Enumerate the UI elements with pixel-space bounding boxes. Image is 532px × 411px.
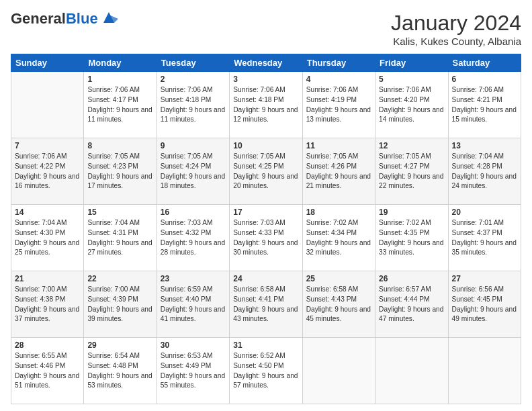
- logo-blue-text: Blue: [66, 10, 98, 27]
- title-block: January 2024 Kalis, Kukes County, Albani…: [391, 11, 521, 47]
- sunset-text: Sunset: 4:20 PM: [379, 96, 429, 103]
- day-detail: Sunrise: 7:04 AMSunset: 4:28 PMDaylight:…: [452, 152, 517, 191]
- day-number: 5: [379, 75, 444, 84]
- daylight-text: Daylight: 9 hours and 27 minutes.: [87, 239, 152, 257]
- daylight-text: Daylight: 9 hours and 55 minutes.: [161, 372, 225, 390]
- table-row: 11Sunrise: 7:05 AMSunset: 4:26 PMDayligh…: [302, 138, 375, 205]
- col-saturday: Saturday: [448, 54, 521, 72]
- day-detail: Sunrise: 7:06 AMSunset: 4:20 PMDaylight:…: [379, 85, 444, 125]
- sunrise-text: Sunrise: 7:01 AM: [452, 219, 504, 226]
- sunrise-text: Sunrise: 7:05 AM: [87, 152, 140, 160]
- table-row: 31Sunrise: 6:52 AMSunset: 4:50 PMDayligh…: [230, 338, 302, 404]
- sunset-text: Sunset: 4:26 PM: [306, 163, 357, 170]
- day-number: 24: [233, 274, 298, 283]
- sunset-text: Sunset: 4:46 PM: [15, 362, 65, 369]
- sunset-text: Sunset: 4:39 PM: [87, 295, 138, 303]
- location-title: Kalis, Kukes County, Albania: [391, 36, 521, 47]
- table-row: 30Sunrise: 6:53 AMSunset: 4:49 PMDayligh…: [157, 338, 229, 404]
- day-detail: Sunrise: 7:04 AMSunset: 4:31 PMDaylight:…: [87, 218, 152, 258]
- table-row: 25Sunrise: 6:58 AMSunset: 4:43 PMDayligh…: [302, 271, 375, 338]
- sunrise-text: Sunrise: 6:59 AM: [161, 285, 213, 293]
- day-detail: Sunrise: 7:03 AMSunset: 4:32 PMDaylight:…: [161, 218, 226, 258]
- table-row: 4Sunrise: 7:06 AMSunset: 4:19 PMDaylight…: [302, 72, 375, 138]
- table-row: 15Sunrise: 7:04 AMSunset: 4:31 PMDayligh…: [84, 205, 157, 271]
- calendar-week-row: 14Sunrise: 7:04 AMSunset: 4:30 PMDayligh…: [11, 205, 521, 271]
- sunrise-text: Sunrise: 7:05 AM: [161, 152, 213, 160]
- sunset-text: Sunset: 4:31 PM: [87, 229, 138, 236]
- table-row: 13Sunrise: 7:04 AMSunset: 4:28 PMDayligh…: [448, 138, 521, 205]
- page-container: GeneralBlue January 2024 Kalis, Kukes Co…: [0, 0, 532, 411]
- day-number: 4: [306, 75, 371, 84]
- daylight-text: Daylight: 9 hours and 32 minutes.: [306, 239, 371, 257]
- sunrise-text: Sunrise: 6:58 AM: [233, 285, 285, 293]
- sunset-text: Sunset: 4:44 PM: [379, 295, 429, 303]
- day-number: 17: [233, 208, 298, 217]
- day-detail: Sunrise: 6:54 AMSunset: 4:48 PMDaylight:…: [87, 351, 152, 391]
- table-row: 5Sunrise: 7:06 AMSunset: 4:20 PMDaylight…: [375, 72, 448, 138]
- sunrise-text: Sunrise: 7:00 AM: [15, 285, 67, 293]
- day-detail: Sunrise: 7:06 AMSunset: 4:21 PMDaylight:…: [452, 85, 517, 125]
- day-detail: Sunrise: 7:04 AMSunset: 4:30 PMDaylight:…: [15, 218, 80, 258]
- day-detail: Sunrise: 7:00 AMSunset: 4:39 PMDaylight:…: [87, 285, 152, 324]
- col-sunday: Sunday: [11, 54, 84, 72]
- sunrise-text: Sunrise: 7:06 AM: [87, 86, 140, 93]
- day-detail: Sunrise: 7:05 AMSunset: 4:24 PMDaylight:…: [161, 152, 226, 191]
- table-row: 19Sunrise: 7:02 AMSunset: 4:35 PMDayligh…: [375, 205, 448, 271]
- sunset-text: Sunset: 4:35 PM: [379, 229, 429, 236]
- sunset-text: Sunset: 4:21 PM: [452, 96, 502, 103]
- sunrise-text: Sunrise: 7:06 AM: [161, 86, 213, 93]
- table-row: 24Sunrise: 6:58 AMSunset: 4:41 PMDayligh…: [230, 271, 302, 338]
- daylight-text: Daylight: 9 hours and 13 minutes.: [306, 106, 371, 124]
- table-row: 14Sunrise: 7:04 AMSunset: 4:30 PMDayligh…: [11, 205, 84, 271]
- day-detail: Sunrise: 6:58 AMSunset: 4:41 PMDaylight:…: [233, 285, 298, 324]
- day-number: 27: [452, 274, 517, 283]
- day-number: 2: [161, 75, 226, 84]
- sunrise-text: Sunrise: 7:06 AM: [306, 86, 359, 93]
- sunrise-text: Sunrise: 7:06 AM: [233, 86, 285, 93]
- sunset-text: Sunset: 4:24 PM: [161, 163, 211, 170]
- logo-icon: [99, 8, 118, 27]
- daylight-text: Daylight: 9 hours and 37 minutes.: [15, 306, 79, 323]
- day-detail: Sunrise: 7:06 AMSunset: 4:17 PMDaylight:…: [87, 85, 152, 125]
- logo-general-text: General: [11, 10, 66, 27]
- daylight-text: Daylight: 9 hours and 24 minutes.: [452, 173, 517, 190]
- sunset-text: Sunset: 4:40 PM: [161, 295, 211, 303]
- day-number: 3: [233, 75, 298, 84]
- daylight-text: Daylight: 9 hours and 41 minutes.: [161, 306, 225, 323]
- sunset-text: Sunset: 4:25 PM: [233, 163, 283, 170]
- sunrise-text: Sunrise: 6:52 AM: [233, 352, 285, 359]
- daylight-text: Daylight: 9 hours and 14 minutes.: [379, 106, 443, 124]
- sunrise-text: Sunrise: 7:03 AM: [161, 219, 213, 226]
- day-detail: Sunrise: 7:02 AMSunset: 4:34 PMDaylight:…: [306, 218, 371, 258]
- sunset-text: Sunset: 4:43 PM: [306, 295, 357, 303]
- sunrise-text: Sunrise: 7:04 AM: [87, 219, 140, 226]
- sunrise-text: Sunrise: 7:02 AM: [306, 219, 359, 226]
- calendar-week-row: 1Sunrise: 7:06 AMSunset: 4:17 PMDaylight…: [11, 72, 521, 138]
- table-row: [11, 72, 84, 138]
- sunset-text: Sunset: 4:41 PM: [233, 295, 283, 303]
- day-number: 28: [15, 340, 80, 350]
- day-number: 10: [233, 141, 298, 150]
- sunset-text: Sunset: 4:18 PM: [161, 96, 211, 103]
- sunrise-text: Sunrise: 7:06 AM: [379, 86, 431, 93]
- sunrise-text: Sunrise: 6:53 AM: [161, 352, 213, 359]
- day-detail: Sunrise: 7:02 AMSunset: 4:35 PMDaylight:…: [379, 218, 444, 258]
- sunset-text: Sunset: 4:28 PM: [452, 163, 502, 170]
- sunset-text: Sunset: 4:23 PM: [87, 163, 138, 170]
- day-detail: Sunrise: 6:58 AMSunset: 4:43 PMDaylight:…: [306, 285, 371, 324]
- day-number: 16: [161, 208, 226, 217]
- day-number: 23: [161, 274, 226, 283]
- sunrise-text: Sunrise: 6:56 AM: [452, 285, 504, 293]
- day-number: 29: [87, 340, 152, 350]
- daylight-text: Daylight: 9 hours and 20 minutes.: [233, 173, 298, 190]
- day-detail: Sunrise: 7:06 AMSunset: 4:22 PMDaylight:…: [15, 152, 80, 191]
- table-row: 6Sunrise: 7:06 AMSunset: 4:21 PMDaylight…: [448, 72, 521, 138]
- day-detail: Sunrise: 6:55 AMSunset: 4:46 PMDaylight:…: [15, 351, 80, 391]
- sunrise-text: Sunrise: 7:06 AM: [452, 86, 504, 93]
- day-detail: Sunrise: 7:06 AMSunset: 4:19 PMDaylight:…: [306, 85, 371, 125]
- day-number: 11: [306, 141, 371, 150]
- day-detail: Sunrise: 7:01 AMSunset: 4:37 PMDaylight:…: [452, 218, 517, 258]
- table-row: 10Sunrise: 7:05 AMSunset: 4:25 PMDayligh…: [230, 138, 302, 205]
- day-number: 31: [233, 340, 298, 350]
- daylight-text: Daylight: 9 hours and 11 minutes.: [161, 106, 225, 124]
